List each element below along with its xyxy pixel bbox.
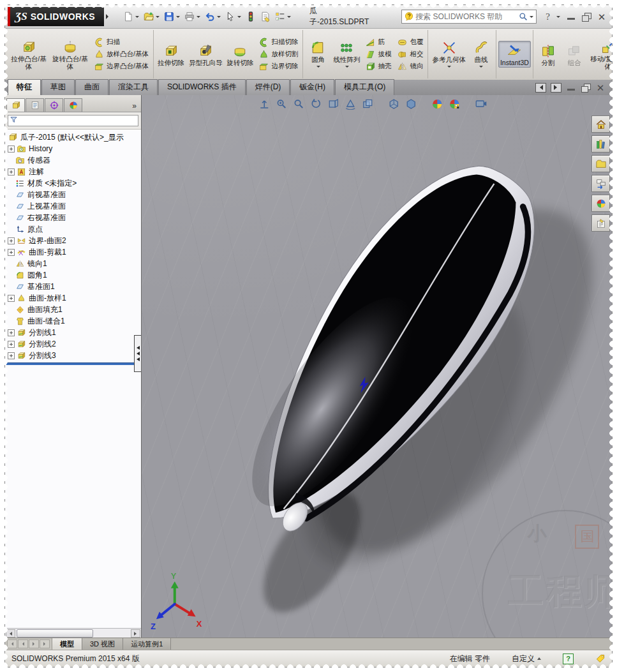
- doc-close-button[interactable]: ✕: [595, 84, 606, 92]
- help-dropdown-caret[interactable]: [556, 16, 560, 20]
- ribbon-button[interactable]: 参考几何体: [430, 38, 468, 71]
- ribbon-button[interactable]: 分割: [535, 41, 561, 68]
- graphics-viewport[interactable]: X Y Z 小 国 工程师: [142, 95, 612, 638]
- tree-item[interactable]: 曲面-缝合1: [5, 315, 141, 327]
- ribbon-button[interactable]: 扫描切除: [257, 37, 299, 48]
- ribbon-button[interactable]: 包覆: [396, 37, 424, 48]
- expand-plus-icon[interactable]: [8, 168, 15, 175]
- help-button[interactable]: ?: [546, 11, 550, 22]
- rebuild-button[interactable]: [244, 10, 258, 24]
- restore-button[interactable]: [581, 13, 591, 21]
- ribbon-button[interactable]: 筋: [364, 37, 392, 48]
- select-button[interactable]: [223, 10, 243, 24]
- tree-item[interactable]: 分割线2: [5, 338, 141, 350]
- last-tab-button[interactable]: [40, 639, 50, 648]
- edit-appearance-button[interactable]: [404, 97, 418, 111]
- ribbon-button[interactable]: 拉伸凸台/基体: [8, 37, 49, 71]
- tree-filter-box[interactable]: [8, 115, 138, 126]
- doc-tab-运动算例1[interactable]: 运动算例1: [123, 638, 171, 650]
- dropdown-caret[interactable]: [479, 66, 483, 70]
- zoom-to-fit-button[interactable]: [257, 97, 271, 111]
- tree-item[interactable]: 曲面-放样1: [5, 292, 141, 304]
- tab-渲染工具[interactable]: 渲染工具: [109, 79, 158, 95]
- tree-item[interactable]: 基准面1: [5, 281, 141, 292]
- tree-item[interactable]: 圆角1: [5, 269, 141, 281]
- expand-plus-icon[interactable]: [8, 249, 15, 256]
- expand-plus-icon[interactable]: [8, 352, 15, 359]
- tab-特征[interactable]: 特征: [8, 79, 41, 95]
- tree-item[interactable]: 边界-曲面2: [5, 235, 141, 246]
- featuremanager-tab[interactable]: [6, 98, 25, 112]
- propertymanager-tab[interactable]: [26, 98, 44, 112]
- tree-item[interactable]: 上视基准面: [5, 200, 141, 212]
- dropdown-caret[interactable]: [135, 16, 139, 20]
- ribbon-button[interactable]: Instant3D: [498, 41, 531, 68]
- ribbon-button[interactable]: 边界凸台/基体: [93, 61, 150, 72]
- help-search-box[interactable]: [401, 10, 537, 24]
- custom-properties-button[interactable]: [591, 214, 610, 232]
- zoom-in-out-button[interactable]: [292, 97, 306, 111]
- undo-button[interactable]: [203, 10, 223, 24]
- tree-item[interactable]: 传感器: [5, 154, 141, 166]
- panel-splitter-handle[interactable]: [134, 335, 141, 372]
- print-button[interactable]: [182, 10, 202, 24]
- dropdown-caret[interactable]: [217, 16, 221, 20]
- expand-plus-icon[interactable]: [8, 341, 15, 348]
- next-document-button[interactable]: [551, 83, 561, 93]
- dropdown-caret[interactable]: [176, 16, 180, 20]
- ribbon-button[interactable]: 拔模: [364, 49, 392, 60]
- new-document-button[interactable]: [121, 10, 141, 24]
- dropdown-caret[interactable]: [237, 16, 241, 20]
- display-style-button[interactable]: [361, 97, 375, 111]
- doc-minimize-button[interactable]: [566, 84, 576, 92]
- quick-tips-button[interactable]: ?: [563, 653, 574, 664]
- tree-item[interactable]: 右视基准面: [5, 212, 141, 223]
- doc-tab-3D 视图[interactable]: 3D 视图: [82, 638, 123, 650]
- displaymanager-tab[interactable]: [64, 98, 82, 112]
- ribbon-button[interactable]: 曲线: [468, 38, 494, 71]
- rollback-bar[interactable]: [6, 362, 138, 365]
- ribbon-button[interactable]: 抽壳: [364, 61, 392, 72]
- save-button[interactable]: [162, 10, 182, 24]
- view-settings-button[interactable]: [447, 97, 461, 111]
- options-button[interactable]: [273, 10, 293, 24]
- tab-草图[interactable]: 草图: [41, 79, 75, 95]
- menu-flyout-arrow-icon[interactable]: [106, 14, 111, 19]
- hide-show-items-button[interactable]: [387, 97, 401, 111]
- ribbon-button[interactable]: 扫描: [93, 37, 150, 48]
- tree-root-item[interactable]: 瓜子-2015 (默认<<默认>_显示: [5, 131, 141, 143]
- tab-钣金(H)[interactable]: 钣金(H): [290, 79, 334, 95]
- prev-tab-button[interactable]: [18, 639, 28, 648]
- search-input[interactable]: [414, 11, 518, 22]
- tree-item[interactable]: 分割线1: [5, 327, 141, 338]
- tree-item[interactable]: 曲面-剪裁1: [5, 246, 141, 258]
- zoom-to-area-button[interactable]: [274, 97, 288, 111]
- tab-曲面[interactable]: 曲面: [75, 79, 108, 95]
- appearances-scenes-button[interactable]: [591, 195, 610, 212]
- ribbon-button[interactable]: 旋转凸台/基体: [50, 37, 91, 71]
- search-icon[interactable]: [518, 11, 528, 22]
- tree-item[interactable]: 材质 <未指定>: [5, 177, 141, 189]
- ribbon-button[interactable]: 圆角: [305, 38, 331, 71]
- search-dropdown-caret[interactable]: [530, 16, 533, 20]
- dropdown-caret[interactable]: [287, 16, 291, 20]
- home-button[interactable]: [591, 116, 610, 133]
- first-tab-button[interactable]: [7, 639, 17, 648]
- design-library-button[interactable]: [591, 135, 610, 153]
- panel-tabs-overflow[interactable]: »: [129, 101, 140, 112]
- custom-dropdown[interactable]: 自定义: [512, 653, 541, 664]
- configurationmanager-tab[interactable]: [45, 98, 63, 112]
- tree-item[interactable]: 镜向1: [5, 258, 141, 269]
- open-button[interactable]: [142, 10, 161, 24]
- ribbon-button[interactable]: 放样凸台/基体: [93, 49, 150, 60]
- ribbon-button[interactable]: 线性阵列: [331, 38, 362, 71]
- tab-焊件(D)[interactable]: 焊件(D): [246, 79, 290, 95]
- expand-plus-icon[interactable]: [8, 329, 15, 336]
- ribbon-button[interactable]: 边界切除: [257, 61, 299, 72]
- section-view-button[interactable]: [326, 97, 340, 111]
- previous-document-button[interactable]: [535, 83, 546, 93]
- scroll-right-button[interactable]: [131, 629, 140, 638]
- view-orientation-button[interactable]: [343, 97, 357, 111]
- tree-item[interactable]: 原点: [5, 223, 141, 235]
- expand-plus-icon[interactable]: [8, 146, 15, 153]
